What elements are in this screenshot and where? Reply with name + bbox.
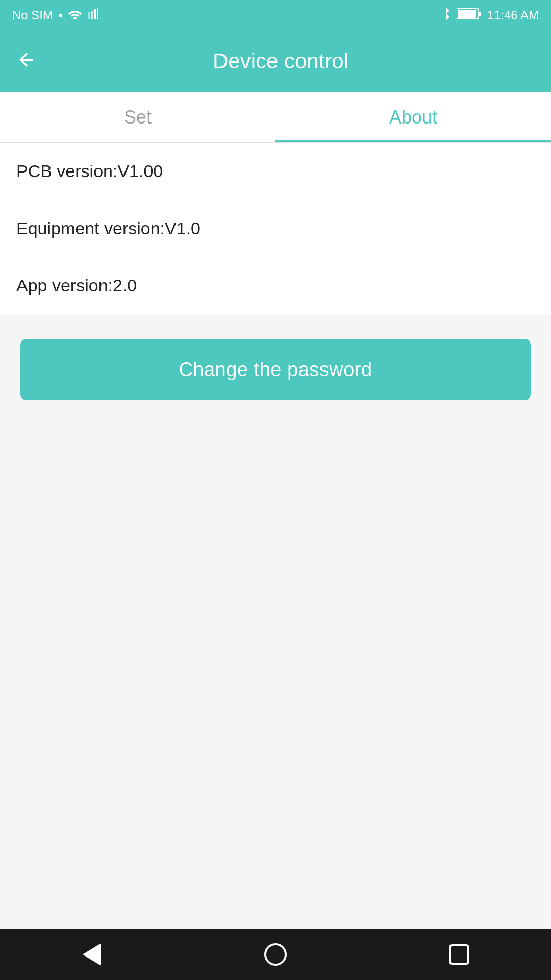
back-arrow-icon — [17, 48, 36, 74]
svg-rect-3 — [97, 8, 98, 19]
svg-rect-1 — [91, 11, 93, 19]
app-version-row: App version:2.0 — [0, 257, 551, 314]
pcb-version-row: PCB version:V1.00 — [0, 143, 551, 200]
equipment-version-row: Equipment version:V1.0 — [0, 200, 551, 257]
tab-about-label: About — [389, 107, 437, 128]
sim-icon: ▪ — [58, 8, 63, 22]
tab-about[interactable]: About — [276, 92, 551, 142]
equipment-version-value: V1.0 — [165, 218, 201, 238]
carrier-text: No SIM — [12, 8, 53, 22]
svg-rect-6 — [458, 10, 476, 18]
svg-rect-2 — [94, 9, 96, 19]
pcb-version-value: V1.00 — [117, 161, 163, 181]
status-left: No SIM ▪ — [12, 8, 98, 22]
status-right: 11:46 AM — [441, 7, 539, 23]
svg-rect-0 — [88, 12, 90, 19]
nav-bar — [0, 929, 551, 980]
nav-back-button[interactable] — [71, 934, 112, 975]
tab-bar: Set About — [0, 92, 551, 143]
nav-recents-button[interactable] — [439, 934, 480, 975]
svg-rect-5 — [479, 12, 481, 16]
app-version-label: App version: — [16, 276, 113, 295]
carrier-icon — [87, 8, 98, 22]
status-bar: No SIM ▪ — [0, 0, 551, 31]
bluetooth-icon — [441, 7, 450, 23]
button-container: Change the password — [0, 314, 551, 425]
recents-nav-icon — [449, 944, 469, 965]
wifi-icon — [68, 8, 82, 22]
tab-set-label: Set — [124, 107, 152, 128]
content-area: PCB version:V1.00 Equipment version:V1.0… — [0, 143, 551, 929]
back-nav-icon — [83, 943, 101, 966]
app-bar-title: Device control — [53, 49, 508, 74]
app-version-value: 2.0 — [113, 276, 137, 295]
home-nav-icon — [264, 943, 287, 966]
equipment-version-label: Equipment version: — [16, 218, 165, 238]
change-password-button[interactable]: Change the password — [20, 339, 531, 400]
tab-set[interactable]: Set — [0, 92, 276, 142]
back-button[interactable] — [12, 43, 41, 79]
pcb-version-label: PCB version: — [16, 161, 117, 181]
time-text: 11:46 AM — [487, 8, 539, 22]
nav-home-button[interactable] — [255, 934, 296, 975]
app-bar: Device control — [0, 31, 551, 92]
battery-icon — [457, 8, 481, 23]
